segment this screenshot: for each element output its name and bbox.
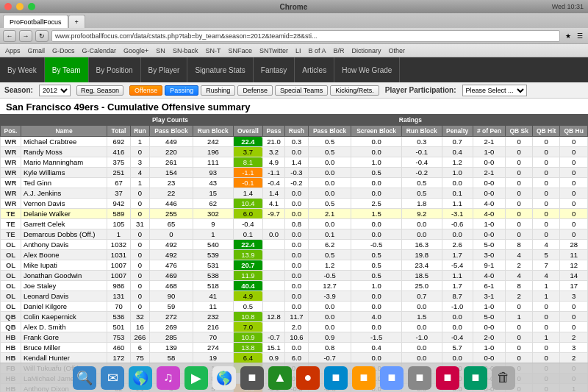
cell-name[interactable]: Frank Gore — [21, 332, 107, 343]
cell-name[interactable]: Alex D. Smith — [21, 322, 107, 332]
dock-app3[interactable]: ● — [296, 366, 320, 390]
bookmark-gdocs[interactable]: G-Docs — [50, 47, 77, 54]
special-teams-btn[interactable]: Special Teams — [275, 85, 328, 96]
dock-app1[interactable]: ■ — [240, 366, 264, 390]
dock-mail[interactable]: ✉ — [101, 366, 124, 390]
dock-safari[interactable]: 🌎 — [129, 366, 152, 390]
player-participation-select[interactable]: Please Select ... — [462, 85, 527, 96]
nav-by-player[interactable]: By Player — [141, 57, 188, 82]
dock-app8[interactable]: ■ — [436, 366, 459, 390]
kicking-btn[interactable]: Kicking/Rets. — [330, 85, 379, 96]
cell-pen: -0.4 — [442, 332, 473, 343]
cell-name[interactable]: Ted Ginn — [21, 178, 107, 188]
col-rush[interactable]: Rush — [285, 126, 309, 137]
bookmark-gcal[interactable]: G-Calendar — [80, 47, 119, 54]
col-run-block-r[interactable]: Run Block — [401, 126, 442, 137]
dock-spotify[interactable]: ▶ — [184, 366, 208, 390]
cell-name[interactable]: Colin Kaepernick — [21, 312, 107, 322]
dock-app6[interactable]: ■ — [380, 366, 404, 390]
col-name[interactable]: Name — [21, 126, 107, 137]
reg-season-btn[interactable]: Reg. Season — [76, 85, 123, 96]
col-overall[interactable]: Overall — [233, 126, 262, 137]
nav-by-position[interactable]: By Position — [89, 57, 141, 82]
bookmark-gmail[interactable]: Gmail — [26, 47, 48, 54]
forward-button[interactable]: → — [19, 30, 32, 42]
table-area[interactable]: Play Counts Ratings Pos. Name Total Run … — [0, 114, 588, 392]
cell-name[interactable]: Delanie Walker — [21, 209, 107, 219]
bookmark-li[interactable]: LI — [293, 47, 304, 54]
passing-btn[interactable]: Passing — [165, 85, 198, 96]
col-num-pen[interactable]: # of Pen — [473, 126, 506, 137]
bookmark-dict[interactable]: Dictionary — [349, 47, 383, 54]
new-tab[interactable]: + — [68, 15, 85, 28]
cell-name[interactable]: Kendall Hunter — [21, 353, 107, 363]
cell-name[interactable]: Leonard Davis — [21, 291, 107, 302]
defense-btn[interactable]: Defense — [237, 85, 273, 96]
dock-chrome[interactable]: 🌎 — [212, 366, 236, 390]
col-run[interactable]: Run — [130, 126, 149, 137]
cell-name[interactable]: Anthony Davis — [21, 240, 107, 250]
nav-by-week[interactable]: By Week — [0, 57, 45, 82]
dock-itunes[interactable]: ♫ — [157, 366, 180, 390]
cell-name[interactable]: Michael Crabtree — [21, 137, 107, 147]
col-qb-hit[interactable]: QB Hit — [532, 126, 560, 137]
dock-app4[interactable]: ■ — [324, 366, 348, 390]
bookmark-br[interactable]: B/R — [331, 47, 346, 54]
col-pass-block-r[interactable]: Pass Block — [308, 126, 351, 137]
bookmark-gplus[interactable]: Google+ — [121, 47, 151, 54]
dock-app2[interactable]: ▲ — [268, 366, 292, 390]
col-penalty[interactable]: Penalty — [442, 126, 473, 137]
col-run-block[interactable]: Run Block — [193, 126, 233, 137]
cell-name[interactable]: Mario Manningham — [21, 157, 107, 168]
offense-btn[interactable]: Offense — [129, 85, 162, 96]
bookmark-other[interactable]: Other — [387, 47, 408, 54]
bookmark-snback[interactable]: SN-back — [171, 47, 201, 54]
col-qb-sk[interactable]: QB Sk — [506, 126, 532, 137]
bookmark-apps[interactable]: Apps — [3, 47, 23, 54]
star-icon[interactable]: ★ — [563, 31, 573, 41]
active-tab[interactable]: ProFootballFocus — [3, 15, 68, 28]
cell-name[interactable]: Mike Iupati — [21, 260, 107, 271]
bookmark-snface[interactable]: SNFace — [226, 47, 254, 54]
cell-name[interactable]: Garrett Celek — [21, 219, 107, 229]
col-qb-hu[interactable]: QB Hu — [560, 126, 588, 137]
dock-app5[interactable]: ■ — [352, 366, 376, 390]
bookmark-boa[interactable]: B of A — [306, 47, 328, 54]
rushing-btn[interactable]: Rushing — [201, 85, 235, 96]
back-button[interactable]: ← — [3, 30, 16, 42]
window-minimize[interactable] — [16, 3, 24, 10]
col-pass-block[interactable]: Pass Block — [150, 126, 193, 137]
cell-name[interactable]: A.J. Jenkins — [21, 188, 107, 199]
cell-qbsk: 0 — [506, 229, 532, 240]
cell-name[interactable]: Randy Moss — [21, 147, 107, 157]
nav-by-team[interactable]: By Team — [45, 57, 89, 82]
cell-name[interactable]: Jonathan Goodwin — [21, 271, 107, 281]
season-select[interactable]: 2012 — [39, 85, 71, 96]
cell-name[interactable]: Joe Staley — [21, 281, 107, 291]
bookmark-sn[interactable]: SN — [154, 47, 168, 54]
bookmark-snt[interactable]: SN-T — [203, 47, 223, 54]
nav-signature-stats[interactable]: Signature Stats — [187, 57, 253, 82]
col-pass[interactable]: Pass — [262, 126, 284, 137]
refresh-button[interactable]: ↻ — [35, 30, 49, 42]
col-total[interactable]: Total — [107, 126, 131, 137]
window-close[interactable] — [4, 3, 12, 10]
cell-name[interactable]: Vernon Davis — [21, 199, 107, 209]
dock-app7[interactable]: ■ — [408, 366, 431, 390]
dock-trash[interactable]: 🗑 — [492, 366, 515, 390]
cell-name[interactable]: Daniel Kilgore — [21, 302, 107, 312]
address-bar[interactable]: www.profootballfocus.com/data/cstats.php… — [51, 30, 560, 42]
window-maximize[interactable] — [28, 3, 35, 10]
nav-articles[interactable]: Articles — [295, 57, 334, 82]
dock-finder[interactable]: 🔍 — [73, 366, 96, 390]
cell-name[interactable]: Alex Boone — [21, 250, 107, 260]
nav-fantasy[interactable]: Fantasy — [254, 57, 295, 82]
nav-how-we-grade[interactable]: How We Grade — [334, 57, 400, 82]
bookmark-sntwitter[interactable]: SNTwitter — [257, 47, 290, 54]
cell-name[interactable]: Kyle Williams — [21, 168, 107, 178]
menu-icon[interactable]: ☰ — [575, 31, 585, 41]
dock-app9[interactable]: ■ — [464, 366, 487, 390]
cell-name[interactable]: Demarcus Dobbs (Off.) — [21, 229, 107, 240]
cell-name[interactable]: Bruce Miller — [21, 343, 107, 353]
col-screen-block[interactable]: Screen Block — [351, 126, 401, 137]
